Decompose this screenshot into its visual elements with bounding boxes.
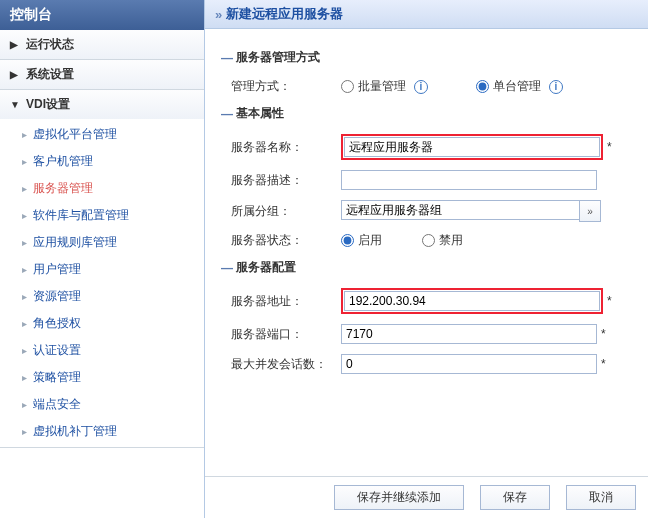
- server-addr-input[interactable]: [344, 291, 600, 311]
- sidebar-item-label: 虚拟化平台管理: [33, 126, 117, 143]
- sidebar-item-label: 端点安全: [33, 396, 81, 413]
- chevron-right-icon: ▶: [10, 69, 20, 80]
- desc-label: 服务器描述：: [231, 172, 341, 189]
- sidebar-section-label: 系统设置: [26, 66, 74, 83]
- radio-enable-label: 启用: [358, 232, 382, 249]
- sessions-label: 最大并发会话数：: [231, 356, 341, 373]
- sidebar-item-resources[interactable]: ▸资源管理: [0, 283, 204, 310]
- page-header: » 新建远程应用服务器: [205, 0, 648, 29]
- bullet-icon: ▸: [22, 183, 27, 194]
- sidebar-item-endpoint[interactable]: ▸端点安全: [0, 391, 204, 418]
- dash-icon: —: [221, 51, 232, 65]
- sidebar-item-software[interactable]: ▸软件库与配置管理: [0, 202, 204, 229]
- server-desc-input[interactable]: [341, 170, 597, 190]
- main-panel: » 新建远程应用服务器 —服务器管理方式 管理方式： 批量管理 i 单台管理 i: [205, 0, 648, 518]
- bullet-icon: ▸: [22, 129, 27, 140]
- save-continue-button[interactable]: 保存并继续添加: [334, 485, 464, 510]
- section-label: 服务器管理方式: [236, 49, 320, 66]
- page-title: 新建远程应用服务器: [226, 5, 343, 23]
- group-label: 所属分组：: [231, 203, 341, 220]
- sidebar-item-patch[interactable]: ▸虚拟机补丁管理: [0, 418, 204, 445]
- sidebar-item-label: 资源管理: [33, 288, 81, 305]
- sidebar-item-policy[interactable]: ▸策略管理: [0, 364, 204, 391]
- server-port-input[interactable]: [341, 324, 597, 344]
- sessions-input[interactable]: [341, 354, 597, 374]
- bullet-icon: ▸: [22, 264, 27, 275]
- port-label: 服务器端口：: [231, 326, 341, 343]
- sidebar-item-label: 用户管理: [33, 261, 81, 278]
- required-mark: *: [601, 327, 606, 341]
- sidebar-item-server[interactable]: ▸服务器管理: [0, 175, 204, 202]
- radio-single-label: 单台管理: [493, 78, 541, 95]
- addr-label: 服务器地址：: [231, 293, 341, 310]
- required-mark: *: [601, 357, 606, 371]
- sidebar-section-system[interactable]: ▶ 系统设置: [0, 60, 204, 89]
- bullet-icon: ▸: [22, 318, 27, 329]
- sidebar-section-running[interactable]: ▶ 运行状态: [0, 30, 204, 59]
- chevron-right-icon: »: [215, 7, 220, 22]
- bullet-icon: ▸: [22, 372, 27, 383]
- sidebar-section-vdi[interactable]: ▼ VDI设置: [0, 90, 204, 119]
- section-basic: —基本属性: [221, 105, 632, 122]
- sidebar-item-label: 客户机管理: [33, 153, 93, 170]
- radio-batch-input[interactable]: [341, 80, 354, 93]
- radio-disable-input[interactable]: [422, 234, 435, 247]
- section-label: 服务器配置: [236, 259, 296, 276]
- status-label: 服务器状态：: [231, 232, 341, 249]
- required-mark: *: [607, 140, 612, 154]
- info-icon[interactable]: i: [414, 80, 428, 94]
- cancel-button[interactable]: 取消: [566, 485, 636, 510]
- mgmt-method-label: 管理方式：: [231, 78, 341, 95]
- name-label: 服务器名称：: [231, 139, 341, 156]
- sidebar-item-label: 策略管理: [33, 369, 81, 386]
- group-input[interactable]: [341, 200, 579, 220]
- bullet-icon: ▸: [22, 237, 27, 248]
- radio-disable[interactable]: 禁用: [422, 232, 463, 249]
- chevron-down-icon: ▼: [10, 99, 20, 110]
- section-config: —服务器配置: [221, 259, 632, 276]
- footer: 保存并继续添加 保存 取消: [205, 476, 648, 518]
- section-mgmt: —服务器管理方式: [221, 49, 632, 66]
- sidebar-item-label: 应用规则库管理: [33, 234, 117, 251]
- sidebar: 控制台 ▶ 运行状态 ▶ 系统设置 ▼ VDI设置 ▸虚拟化平台管理 ▸客户机管…: [0, 0, 205, 518]
- radio-enable[interactable]: 启用: [341, 232, 382, 249]
- dash-icon: —: [221, 261, 232, 275]
- sidebar-item-auth[interactable]: ▸认证设置: [0, 337, 204, 364]
- sidebar-item-client[interactable]: ▸客户机管理: [0, 148, 204, 175]
- dash-icon: —: [221, 107, 232, 121]
- radio-enable-input[interactable]: [341, 234, 354, 247]
- sidebar-item-virtualization[interactable]: ▸虚拟化平台管理: [0, 121, 204, 148]
- radio-disable-label: 禁用: [439, 232, 463, 249]
- sidebar-item-users[interactable]: ▸用户管理: [0, 256, 204, 283]
- radio-single-input[interactable]: [476, 80, 489, 93]
- sidebar-item-label: 服务器管理: [33, 180, 93, 197]
- group-browse-button[interactable]: »: [579, 200, 601, 222]
- save-button[interactable]: 保存: [480, 485, 550, 510]
- chevron-right-icon: ▶: [10, 39, 20, 50]
- sidebar-item-roles[interactable]: ▸角色授权: [0, 310, 204, 337]
- required-mark: *: [607, 294, 612, 308]
- bullet-icon: ▸: [22, 156, 27, 167]
- bullet-icon: ▸: [22, 291, 27, 302]
- bullet-icon: ▸: [22, 399, 27, 410]
- bullet-icon: ▸: [22, 345, 27, 356]
- bullet-icon: ▸: [22, 210, 27, 221]
- sidebar-section-label: VDI设置: [26, 96, 70, 113]
- radio-batch[interactable]: 批量管理 i: [341, 78, 428, 95]
- submenu: ▸虚拟化平台管理 ▸客户机管理 ▸服务器管理 ▸软件库与配置管理 ▸应用规则库管…: [0, 119, 204, 447]
- sidebar-item-label: 虚拟机补丁管理: [33, 423, 117, 440]
- server-name-input[interactable]: [344, 137, 600, 157]
- radio-single[interactable]: 单台管理 i: [476, 78, 563, 95]
- info-icon[interactable]: i: [549, 80, 563, 94]
- sidebar-item-rules[interactable]: ▸应用规则库管理: [0, 229, 204, 256]
- radio-batch-label: 批量管理: [358, 78, 406, 95]
- sidebar-title: 控制台: [0, 0, 204, 30]
- sidebar-item-label: 认证设置: [33, 342, 81, 359]
- sidebar-item-label: 软件库与配置管理: [33, 207, 129, 224]
- section-label: 基本属性: [236, 105, 284, 122]
- sidebar-item-label: 角色授权: [33, 315, 81, 332]
- bullet-icon: ▸: [22, 426, 27, 437]
- sidebar-section-label: 运行状态: [26, 36, 74, 53]
